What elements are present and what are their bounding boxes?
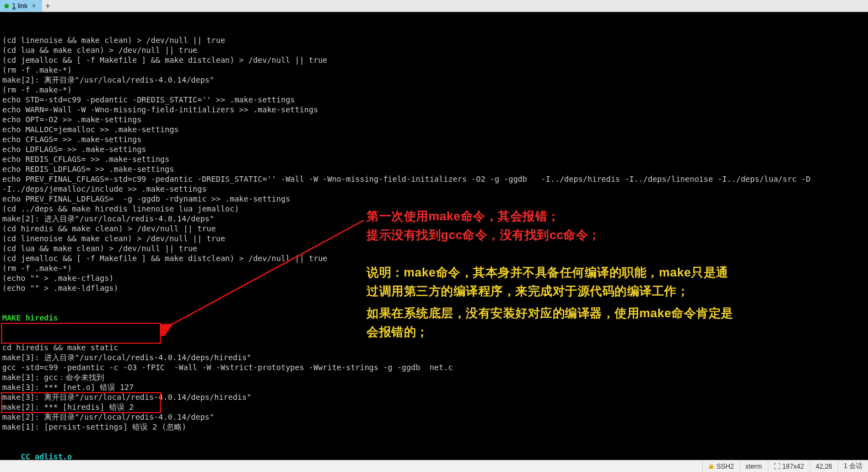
terminal-line: (rm -f .make-*) bbox=[2, 85, 866, 95]
terminal-line: make[2]: 离开目录"/usr/local/redis-4.0.14/de… bbox=[2, 75, 866, 85]
terminal-line: (cd jemalloc && [ -f Makefile ] && make … bbox=[2, 253, 866, 263]
terminal-line: (cd jemalloc && [ -f Makefile ] && make … bbox=[2, 55, 866, 65]
tab-bar: 1 link × + bbox=[0, 0, 868, 12]
status-dot-icon bbox=[4, 4, 9, 8]
status-session-count: 1 会话 bbox=[838, 460, 868, 472]
cc-adlist-line: CC adlist.o bbox=[2, 452, 72, 460]
terminal-line: (cd lua && make clean) > /dev/null || tr… bbox=[2, 243, 866, 253]
terminal-line: echo STD=-std=c99 -pedantic -DREDIS_STAT… bbox=[2, 95, 866, 105]
status-term: xterm bbox=[740, 460, 768, 472]
add-tab-button[interactable]: + bbox=[41, 0, 53, 12]
lock-icon bbox=[708, 463, 714, 469]
terminal-line: echo WARN=-Wall -W -Wno-missing-field-in… bbox=[2, 105, 866, 115]
terminal-line: (echo "" > .make-cflags) bbox=[2, 273, 866, 283]
status-size: ⛶187x42 bbox=[768, 460, 810, 472]
terminal-line: (cd ../deps && make hiredis linenoise lu… bbox=[2, 204, 866, 214]
terminal-line: make[2]: 进入目录"/usr/local/redis-4.0.14/de… bbox=[2, 214, 866, 224]
terminal-line: echo MALLOC=jemalloc >> .make-settings bbox=[2, 124, 866, 134]
terminal-line: make[3]: gcc：命令未找到 bbox=[2, 372, 866, 382]
terminal-line: (rm -f .make-*) bbox=[2, 263, 866, 273]
highlight-box-gcc-error bbox=[1, 323, 161, 344]
terminal-line: make[3]: *** [net.o] 错误 127 bbox=[2, 382, 866, 392]
terminal-line: echo PREV_FINAL_LDFLAGS= -g -ggdb -rdyna… bbox=[2, 194, 866, 204]
close-icon[interactable]: × bbox=[31, 2, 37, 10]
terminal-line: make[3]: 进入目录"/usr/local/redis-4.0.14/de… bbox=[2, 352, 866, 362]
terminal-line: (cd hiredis && make clean) > /dev/null |… bbox=[2, 224, 866, 234]
terminal-line: cd hiredis && make static bbox=[2, 343, 866, 352]
terminal[interactable]: (cd linenoise && make clean) > /dev/null… bbox=[0, 12, 868, 460]
terminal-line: (cd linenoise && make clean) > /dev/null… bbox=[2, 234, 866, 243]
terminal-line: (cd linenoise && make clean) > /dev/null… bbox=[2, 35, 866, 45]
terminal-line: echo PREV_FINAL_CFLAGS=-std=c99 -pedanti… bbox=[2, 174, 866, 184]
terminal-line: gcc -std=c99 -pedantic -c -O3 -fPIC -Wal… bbox=[2, 362, 866, 372]
terminal-line: echo LDFLAGS= >> .make-settings bbox=[2, 144, 866, 154]
tab-link[interactable]: 1 link × bbox=[0, 0, 41, 12]
terminal-line: (cd lua && make clean) > /dev/null || tr… bbox=[2, 45, 866, 55]
terminal-line: echo REDIS_LDFLAGS= >> .make-settings bbox=[2, 164, 866, 174]
resize-icon: ⛶ bbox=[774, 463, 780, 470]
terminal-line: make[3]: 离开目录"/usr/local/redis-4.0.14/de… bbox=[2, 392, 866, 402]
terminal-line: (echo "" > .make-ldflags) bbox=[2, 283, 866, 293]
status-bar: SSH2 xterm ⛶187x42 42,26 1 会话 bbox=[0, 460, 868, 472]
terminal-line: make[2]: *** [hiredis] 错误 2 bbox=[2, 402, 866, 412]
terminal-line: echo CFLAGS= >> .make-settings bbox=[2, 134, 866, 144]
tab-label: 1 link bbox=[12, 2, 28, 10]
terminal-line: echo REDIS_CFLAGS= >> .make-settings bbox=[2, 154, 866, 164]
status-ssh: SSH2 bbox=[702, 460, 739, 472]
status-cursor-pos: 42,26 bbox=[810, 460, 838, 472]
terminal-line: -I../deps/jemalloc/include >> .make-sett… bbox=[2, 184, 866, 194]
make-hiredis-label: MAKE hiredis bbox=[2, 313, 58, 322]
terminal-line: echo OPT=-O2 >> .make-settings bbox=[2, 115, 866, 124]
terminal-line: (rm -f .make-*) bbox=[2, 65, 866, 75]
terminal-line: make[2]: 离开目录"/usr/local/redis-4.0.14/de… bbox=[2, 412, 866, 422]
annotation-yellow-4: 会报错的； bbox=[366, 327, 429, 337]
terminal-line: make[1]: [persist-settings] 错误 2 (忽略) bbox=[2, 422, 866, 432]
